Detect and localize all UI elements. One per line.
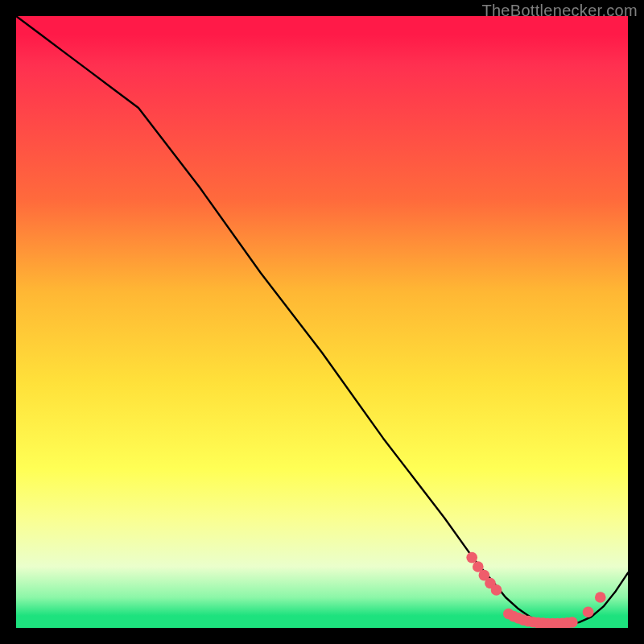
data-marker [583,606,594,617]
watermark-text: TheBottlenecker.com [481,2,638,20]
data-marker [567,617,578,628]
data-marker [466,552,477,564]
chart-stage: TheBottlenecker.com [0,0,644,644]
data-marker [595,592,606,603]
bottleneck-curve [16,16,628,624]
chart-plot-svg [16,16,628,628]
data-marker [491,584,502,596]
